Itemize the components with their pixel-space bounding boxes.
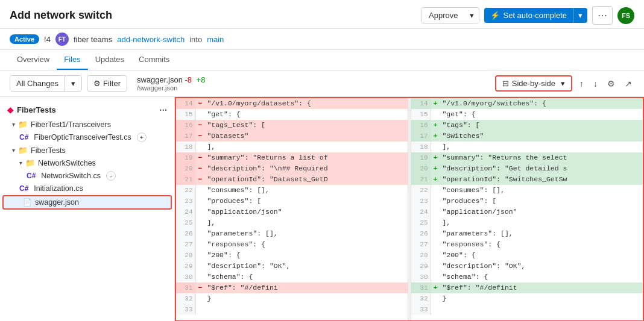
autocomplete-dropdown[interactable]: ▾ bbox=[573, 8, 587, 23]
line-sign bbox=[431, 272, 440, 282]
tab-commits[interactable]: Commits bbox=[131, 50, 177, 70]
side-by-side-icon: ⊟ bbox=[502, 79, 509, 88]
diff-view: 14− "/v1.0/myorg/datasets": {15 "get": {… bbox=[175, 97, 644, 321]
line-sign: + bbox=[431, 131, 440, 142]
line-number: 16 bbox=[176, 120, 195, 131]
approve-button-group[interactable]: Approve ▾ bbox=[421, 7, 479, 23]
add-file-button[interactable]: + bbox=[137, 132, 147, 142]
line-code: "application/json" bbox=[204, 207, 407, 217]
side-by-side-button[interactable]: ⊟ Side-by-side ▾ bbox=[495, 75, 572, 92]
settings-button[interactable]: ⚙ bbox=[605, 76, 617, 91]
line-sign: − bbox=[195, 120, 204, 131]
table-row: 17− "Datasets" bbox=[176, 131, 408, 142]
autocomplete-button[interactable]: ⚡ Set auto-complete bbox=[484, 8, 573, 23]
table-row: 32 } bbox=[176, 293, 408, 304]
all-changes-button[interactable]: All Changes bbox=[10, 76, 65, 91]
branch-from[interactable]: add-network-switch bbox=[117, 35, 185, 44]
tab-files[interactable]: Files bbox=[57, 50, 87, 70]
folder-icon: 📁 bbox=[25, 158, 35, 167]
side-by-side-dropdown-arrow[interactable]: ▾ bbox=[561, 79, 565, 88]
line-code: "description": "Get detailed s bbox=[440, 163, 642, 174]
line-number: 24 bbox=[411, 207, 431, 217]
file-fiberoptic[interactable]: C# FiberOpticTransceiverTest.cs + bbox=[0, 131, 174, 144]
page-title: Add network switch bbox=[10, 9, 112, 22]
line-number: 23 bbox=[176, 196, 195, 207]
diff-right-inner[interactable]: 14+ "/v1.0/myorg/switches": {15 "get": {… bbox=[411, 98, 643, 320]
line-number: 18 bbox=[176, 142, 195, 152]
folder-fibertests[interactable]: ▾ 📁 FiberTests bbox=[0, 144, 174, 157]
table-row: 30 "schema": { bbox=[411, 272, 643, 282]
table-row: 29 "description": "OK", bbox=[411, 261, 643, 272]
table-row: 19− "summary": "Returns a list of bbox=[176, 152, 408, 163]
tab-overview[interactable]: Overview bbox=[10, 50, 57, 70]
table-row: 28 "200": { bbox=[176, 250, 408, 261]
line-number: 31 bbox=[176, 282, 195, 293]
autocomplete-button-group[interactable]: ⚡ Set auto-complete ▾ bbox=[484, 8, 587, 23]
line-sign bbox=[431, 304, 440, 315]
line-code: "summary": "Returns a list of bbox=[204, 152, 407, 163]
line-sign bbox=[195, 261, 204, 272]
table-row: 25 ], bbox=[176, 217, 408, 228]
line-code: "description": "\n## Required bbox=[204, 163, 407, 174]
approve-dropdown[interactable]: ▾ bbox=[465, 8, 479, 23]
folder-network-switches[interactable]: ▾ 📁 NetworkSwitches bbox=[0, 157, 174, 169]
table-row: 31+ "$ref": "#/definit bbox=[411, 282, 643, 293]
sidebar-more-icon[interactable]: ⋯ bbox=[159, 105, 167, 114]
table-row: 29 "description": "OK", bbox=[176, 261, 408, 272]
sidebar-header-left: ◆ FiberTests bbox=[7, 105, 56, 114]
line-code: } bbox=[204, 293, 407, 304]
table-row: 21+ "operationId": "Switches_GetSw bbox=[411, 174, 643, 185]
scroll-down-button[interactable]: ↓ bbox=[591, 76, 600, 91]
folder-fibertest1-transceivers[interactable]: ▾ 📁 FiberTest1/Transceivers bbox=[0, 118, 174, 131]
user-avatar: FT bbox=[55, 33, 69, 46]
line-number: 33 bbox=[411, 304, 431, 315]
file-networkswitch[interactable]: C# NetworkSwitch.cs - bbox=[0, 169, 174, 182]
all-changes-dropdown[interactable]: ▾ bbox=[65, 76, 81, 91]
sidebar-title: FiberTests bbox=[17, 105, 56, 114]
line-sign bbox=[195, 185, 204, 196]
line-sign bbox=[195, 142, 204, 152]
line-number: 21 bbox=[176, 174, 195, 185]
diff-left-table: 14− "/v1.0/myorg/datasets": {15 "get": {… bbox=[176, 98, 408, 315]
line-number: 15 bbox=[411, 109, 431, 120]
line-code: "/v1.0/myorg/datasets": { bbox=[204, 98, 407, 109]
approve-button[interactable]: Approve bbox=[421, 8, 465, 23]
line-code: "parameters": [], bbox=[204, 228, 407, 239]
line-number: 29 bbox=[176, 261, 195, 272]
all-changes-group[interactable]: All Changes ▾ bbox=[10, 75, 82, 92]
sub-header: Active !4 FT fiber teams add-network-swi… bbox=[0, 29, 644, 50]
line-code: "/v1.0/myorg/switches": { bbox=[440, 98, 642, 109]
line-number: 30 bbox=[176, 272, 195, 282]
line-sign: − bbox=[195, 131, 204, 142]
more-options-button[interactable]: ⋯ bbox=[592, 6, 613, 25]
line-code: ], bbox=[440, 142, 642, 152]
diff-left-inner[interactable]: 14− "/v1.0/myorg/datasets": {15 "get": {… bbox=[176, 98, 408, 320]
line-sign bbox=[431, 196, 440, 207]
folder-label: FiberTest1/Transceivers bbox=[31, 120, 111, 129]
tab-updates[interactable]: Updates bbox=[88, 50, 131, 70]
branch-to[interactable]: main bbox=[207, 35, 224, 44]
line-code: "description": "OK", bbox=[440, 261, 642, 272]
line-number: 25 bbox=[176, 217, 195, 228]
file-initialization[interactable]: C# Initialization.cs bbox=[0, 182, 174, 195]
file-swagger-json[interactable]: 📄 swagger.json bbox=[2, 195, 172, 210]
line-number: 31 bbox=[411, 282, 431, 293]
table-row: 17+ "Switches" bbox=[411, 131, 643, 142]
line-sign bbox=[195, 207, 204, 217]
line-code: "tags": [ bbox=[440, 120, 642, 131]
line-sign bbox=[195, 250, 204, 261]
line-code: "responses": { bbox=[204, 239, 407, 250]
line-code: "operationId": "Switches_GetSw bbox=[440, 174, 642, 185]
chevron-down-icon: ▾ bbox=[12, 147, 15, 154]
expand-button[interactable]: ↗ bbox=[622, 76, 634, 91]
line-code: "consumes": [], bbox=[440, 185, 642, 196]
scroll-up-button[interactable]: ↑ bbox=[577, 76, 586, 91]
filter-button[interactable]: ⚙ Filter bbox=[87, 75, 127, 92]
line-code: ], bbox=[440, 217, 642, 228]
line-sign bbox=[431, 228, 440, 239]
line-code: "$ref": "#/definit bbox=[440, 282, 642, 293]
line-code bbox=[440, 304, 642, 315]
table-row: 30 "schema": { bbox=[176, 272, 408, 282]
remove-file-button[interactable]: - bbox=[106, 171, 116, 181]
chevron-down-icon: ▾ bbox=[12, 121, 15, 128]
